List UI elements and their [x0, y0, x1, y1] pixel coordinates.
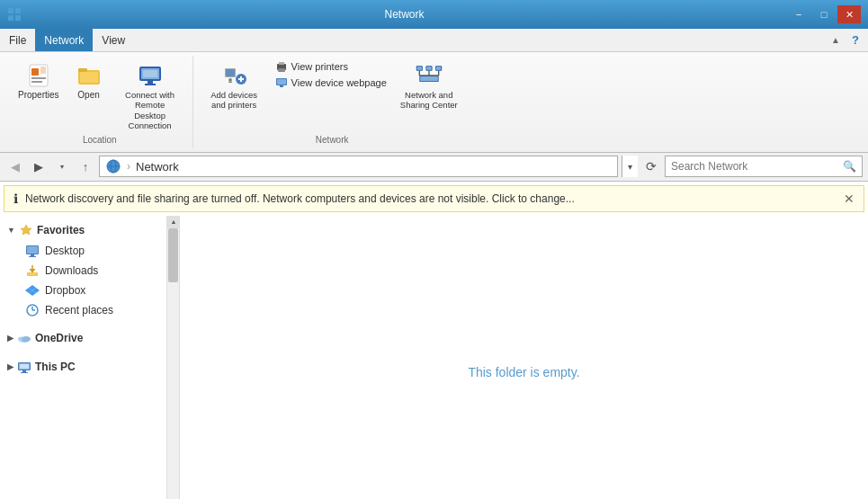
svg-rect-51 [28, 273, 37, 275]
ribbon-location-buttons: Properties Open [14, 59, 185, 133]
view-printers-button[interactable]: View printers [272, 59, 390, 74]
sidebar-scrollbar: ▲ ▼ [166, 216, 179, 499]
globe-icon [105, 158, 121, 174]
properties-label: Properties [18, 90, 59, 101]
favorites-section[interactable]: ▼ Favorites [0, 219, 167, 241]
this-pc-label: This PC [35, 361, 76, 373]
remote-desktop-button[interactable]: Connect with Remote Desktop Connection [115, 59, 185, 133]
sidebar-item-recent[interactable]: Recent places [0, 300, 167, 320]
svg-rect-31 [416, 67, 421, 70]
up-button[interactable]: ↑ [76, 156, 95, 176]
svg-rect-29 [280, 85, 283, 87]
svg-rect-2 [8, 15, 13, 21]
properties-icon [24, 61, 53, 90]
favorites-label: Favorites [37, 224, 85, 236]
ribbon-network-buttons: Add devices and printers View printers [201, 59, 464, 133]
title-bar-icons [7, 7, 22, 22]
dropbox-icon [25, 283, 40, 298]
path-text: Network [136, 160, 179, 174]
view-menu[interactable]: View [93, 29, 134, 51]
network-group-label: Network [201, 135, 464, 145]
svg-rect-66 [21, 372, 28, 373]
scroll-up-button[interactable]: ▲ [167, 216, 180, 228]
network-sharing-button[interactable]: Network and Sharing Center [394, 59, 464, 112]
nav-up-icon[interactable]: ▲ [827, 31, 845, 49]
title-bar: Network − □ ✕ [0, 0, 868, 29]
svg-rect-25 [278, 68, 285, 72]
onedrive-label: OneDrive [35, 332, 83, 344]
svg-marker-45 [21, 225, 31, 235]
view-buttons-group: View printers View device webpage [272, 59, 390, 90]
svg-rect-65 [22, 370, 26, 372]
svg-point-19 [228, 78, 232, 82]
address-path[interactable]: › Network [99, 156, 618, 177]
svg-rect-67 [20, 364, 29, 369]
app-icon [7, 7, 22, 22]
open-button[interactable]: Open [67, 59, 112, 102]
svg-rect-0 [8, 8, 13, 13]
sidebar-item-downloads[interactable]: Downloads [0, 261, 167, 281]
onedrive-icon [17, 331, 31, 345]
forward-button[interactable]: ▶ [29, 156, 49, 176]
svg-rect-8 [40, 67, 46, 74]
svg-rect-26 [279, 62, 284, 65]
svg-rect-14 [148, 81, 153, 84]
svg-rect-37 [420, 76, 438, 81]
svg-rect-5 [31, 68, 39, 76]
recent-places-label: Recent places [45, 304, 113, 316]
view-printers-label: View printers [291, 61, 348, 72]
sidebar-item-desktop[interactable]: Desktop [0, 241, 167, 261]
info-icon: ℹ [13, 192, 18, 206]
printer-icon [275, 60, 288, 73]
this-pc-section[interactable]: ▶ This PC [0, 356, 167, 378]
back-button[interactable]: ◀ [5, 156, 25, 176]
desktop-icon [25, 244, 40, 258]
maximize-button[interactable]: □ [812, 5, 836, 23]
properties-button[interactable]: Properties [14, 59, 63, 102]
network-sharing-label: Network and Sharing Center [398, 90, 461, 111]
title-bar-buttons: − □ ✕ [787, 5, 861, 23]
address-dropdown-button[interactable]: ▾ [622, 156, 638, 177]
svg-rect-23 [240, 76, 242, 82]
help-icon[interactable]: ? [846, 31, 864, 49]
scrollbar-thumb[interactable] [168, 228, 178, 282]
close-button[interactable]: ✕ [837, 5, 861, 23]
svg-rect-3 [15, 15, 21, 21]
add-devices-icon [219, 61, 248, 90]
minimize-button[interactable]: − [787, 5, 810, 23]
svg-rect-33 [426, 67, 431, 70]
menu-spacer [134, 29, 823, 51]
content-area: This folder is empty. [180, 216, 868, 499]
svg-rect-47 [27, 246, 38, 254]
svg-rect-35 [436, 67, 441, 70]
info-bar-message[interactable]: Network discovery and file sharing are t… [25, 192, 837, 205]
view-device-label: View device webpage [291, 77, 387, 88]
svg-rect-11 [80, 72, 98, 83]
recent-places-icon [25, 303, 40, 317]
menu-bar: File Network View ▲ ? [0, 29, 868, 52]
svg-rect-7 [31, 81, 42, 83]
open-label: Open [77, 90, 99, 101]
svg-rect-10 [78, 68, 87, 72]
dropdown-history-button[interactable]: ▾ [52, 156, 72, 176]
refresh-button[interactable]: ⟳ [641, 156, 661, 176]
network-menu[interactable]: Network [35, 29, 93, 51]
file-menu[interactable]: File [0, 29, 35, 51]
favorites-expand-icon: ▼ [7, 226, 15, 235]
info-close-button[interactable]: ✕ [844, 192, 855, 206]
remote-desktop-label: Connect with Remote Desktop Connection [119, 90, 182, 131]
path-separator: › [127, 160, 130, 173]
sidebar-item-dropbox[interactable]: Dropbox [0, 281, 167, 300]
add-devices-button[interactable]: Add devices and printers [201, 59, 268, 112]
onedrive-section[interactable]: ▶ OneDrive [0, 327, 167, 349]
downloads-label: Downloads [45, 264, 98, 277]
svg-rect-49 [29, 256, 36, 257]
address-bar: ◀ ▶ ▾ ↑ › Network ▾ ⟳ 🔍 [0, 153, 868, 182]
ribbon: Properties Open [0, 52, 868, 153]
svg-rect-48 [31, 254, 34, 256]
view-device-button[interactable]: View device webpage [272, 76, 390, 90]
search-input[interactable] [671, 160, 843, 173]
location-group-label: Location [14, 135, 185, 145]
ribbon-network-group: Add devices and printers View printers [193, 56, 471, 148]
open-icon [75, 61, 103, 90]
